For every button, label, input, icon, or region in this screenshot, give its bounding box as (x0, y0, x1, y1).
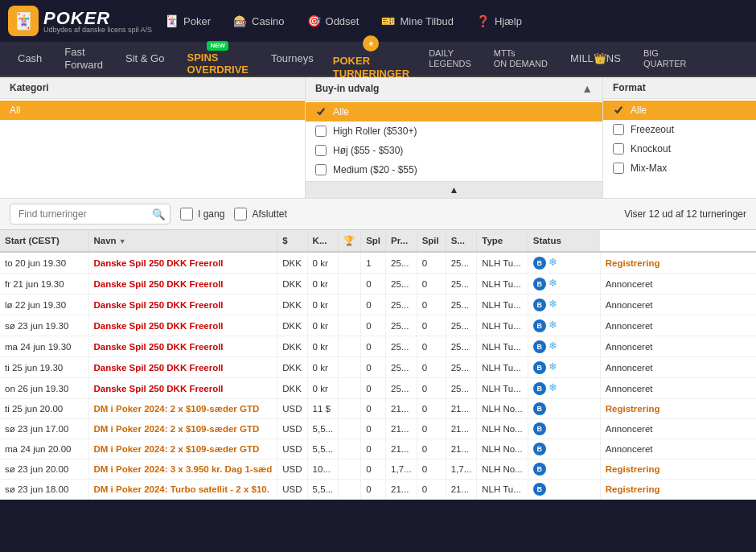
cell-spil: 0 (417, 439, 446, 459)
cell-spl: 0 (361, 295, 386, 315)
format-mix-max[interactable]: Mix-Max (603, 159, 756, 178)
tab-cash[interactable]: Cash (6, 46, 53, 72)
buyin-alle[interactable]: Alle (306, 102, 602, 122)
search-input-wrap: 🔍 (10, 204, 171, 225)
cell-spl: 0 (361, 274, 386, 295)
format-alle[interactable]: Alle (603, 101, 756, 120)
buyin-medium[interactable]: Medium ($20 - $55) (306, 160, 602, 179)
b-icon: B (533, 278, 546, 290)
tab-spins[interactable]: NEW SPINSOVERDRIVE (175, 35, 260, 83)
cell-spl: 0 (361, 399, 386, 419)
table-row: ma 24 jun 20.00 DM i Poker 2024: 2 x $10… (0, 439, 756, 459)
cell-seats (339, 315, 361, 336)
cell-currency: DKK (277, 378, 307, 399)
cell-name[interactable]: Danske Spil 250 DKK Freeroll (88, 357, 277, 378)
pt-icon: ♠ (363, 35, 379, 51)
tab-millions[interactable]: MILL👑NS (559, 46, 632, 72)
cell-currency: DKK (277, 315, 307, 336)
cell-start: fr 21 jun 19.30 (0, 274, 88, 295)
format-alle-checkbox[interactable] (613, 105, 624, 116)
format-knockout[interactable]: Knockout (603, 139, 756, 159)
afsluttet-filter[interactable]: Afsluttet (234, 208, 286, 220)
cell-name[interactable]: Danske Spil 250 DKK Freeroll (88, 295, 277, 315)
format-freezeout-checkbox[interactable] (613, 124, 624, 135)
search-button[interactable]: 🔍 (152, 208, 166, 220)
tab-daily-legends[interactable]: DAILYLEGENDS (417, 42, 483, 76)
i-gang-checkbox[interactable] (180, 208, 193, 220)
filter-buyin-content: Alle High Roller ($530+) Høj ($55 - $530… (306, 101, 602, 181)
th-currency: $ (277, 230, 307, 252)
cell-spil: 0 (417, 274, 446, 295)
cell-icons: B ❄ (528, 274, 600, 295)
cell-icons: B ❄ (528, 315, 600, 336)
nav-poker[interactable]: 🃏 Poker (155, 10, 220, 32)
collapse-bar[interactable]: ▲ (306, 181, 602, 198)
cell-name[interactable]: Danske Spil 250 DKK Freeroll (88, 252, 277, 274)
cell-currency: DKK (277, 274, 307, 295)
i-gang-filter[interactable]: I gang (180, 208, 224, 220)
format-freezeout[interactable]: Freezeout (603, 120, 756, 139)
format-mix-max-checkbox[interactable] (613, 163, 624, 174)
logo-icon: 🃏 (8, 6, 39, 36)
nav-casino[interactable]: 🎰 Casino (224, 10, 294, 32)
cell-status: Annonceret (600, 295, 756, 315)
snowflake-icon: ❄ (549, 340, 557, 352)
cell-icons: B ❄ (528, 357, 600, 378)
table-row: sø 23 jun 19.30 Danske Spil 250 DKK Free… (0, 315, 756, 336)
tab-mtts[interactable]: MTTsON DEMAND (483, 42, 559, 76)
cell-start: lø 22 jun 19.30 (0, 295, 88, 315)
th-start: Start (CEST) (0, 230, 88, 252)
snowflake-icon: ❄ (549, 298, 557, 310)
th-name[interactable]: Navn ▼ (88, 230, 277, 252)
cell-name[interactable]: DM i Poker 2024: 2 x $109-sæder GTD (88, 419, 277, 439)
format-knockout-checkbox[interactable] (613, 143, 624, 154)
cell-spil: 0 (417, 378, 446, 399)
cell-k: 0 kr (307, 378, 339, 399)
cell-name[interactable]: DM i Poker 2024: Turbo satellit - 2 x $1… (88, 480, 277, 500)
cell-start: on 26 jun 19.30 (0, 378, 88, 399)
poker-icon: 🃏 (165, 14, 179, 27)
cell-icons: B (528, 439, 600, 459)
buyin-hoj-checkbox[interactable] (315, 145, 327, 156)
nav-oddset[interactable]: 🎯 Oddset (298, 10, 369, 32)
cell-seats (339, 378, 361, 399)
cell-name[interactable]: DM i Poker 2024: 3 x 3.950 kr. Dag 1-sæd (88, 459, 277, 480)
tab-big-quarter[interactable]: BIGQUARTER (632, 42, 698, 76)
cell-spl: 0 (361, 459, 386, 480)
cell-icons: B (528, 399, 600, 419)
cell-k: 5,5... (307, 419, 339, 439)
buyin-high-roller-checkbox[interactable] (315, 126, 327, 137)
table-row: ma 24 jun 19.30 Danske Spil 250 DKK Free… (0, 336, 756, 357)
afsluttet-checkbox[interactable] (234, 208, 247, 220)
th-type: Type (477, 230, 528, 252)
cell-icons: B ❄ (528, 252, 600, 274)
cell-spl: 0 (361, 378, 386, 399)
new-badge: NEW (207, 41, 228, 51)
collapse-button[interactable]: ▲ (581, 82, 593, 95)
nav-mine-tilbud[interactable]: 🎫 Mine Tilbud (372, 10, 462, 32)
cell-pr: 25... (386, 336, 417, 357)
buyin-alle-checkbox[interactable] (315, 106, 327, 117)
tab-fast-forward[interactable]: FastForward (53, 39, 114, 77)
buyin-hoj[interactable]: Høj ($55 - $530) (306, 141, 602, 160)
cell-name[interactable]: DM i Poker 2024: 2 x $109-sæder GTD (88, 399, 277, 419)
cell-name[interactable]: DM i Poker 2024: 2 x $109-sæder GTD (88, 439, 277, 459)
result-info: Viser 12 ud af 12 turneringer (624, 208, 746, 220)
buyin-medium-checkbox[interactable] (315, 164, 327, 175)
cell-pr: 25... (386, 252, 417, 274)
nav-hjaelp[interactable]: ❓ Hjælp (466, 10, 532, 32)
cell-spil: 0 (417, 399, 446, 419)
cell-pr: 25... (386, 357, 417, 378)
cell-name[interactable]: Danske Spil 250 DKK Freeroll (88, 378, 277, 399)
buyin-high-roller[interactable]: High Roller ($530+) (306, 122, 602, 141)
search-input[interactable] (10, 204, 171, 225)
cell-name[interactable]: Danske Spil 250 DKK Freeroll (88, 315, 277, 336)
kategori-all[interactable]: All (0, 101, 305, 120)
tab-tourneys[interactable]: Tourneys (260, 46, 325, 72)
filter-buyin: Buy-in udvalg ▲ Alle High Roller ($530+)… (306, 77, 603, 198)
b-icon: B (533, 422, 546, 435)
cell-name[interactable]: Danske Spil 250 DKK Freeroll (88, 274, 277, 295)
tab-sit-go[interactable]: Sit & Go (114, 46, 175, 72)
filter-format-content: Alle Freezeout Knockout Mix-Max (603, 99, 756, 179)
cell-name[interactable]: Danske Spil 250 DKK Freeroll (88, 336, 277, 357)
